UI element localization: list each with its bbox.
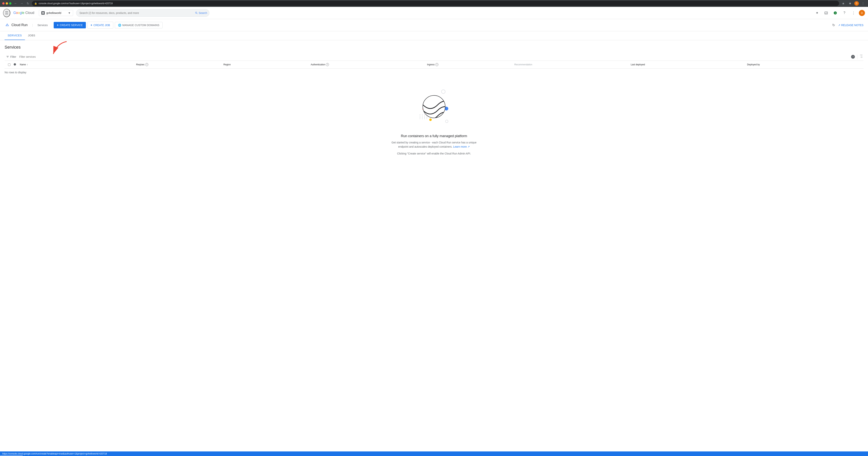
checkbox-all[interactable] <box>8 63 10 66</box>
create-service-button[interactable]: + CREATE SERVICE <box>54 22 86 28</box>
th-last-deployed: Last deployed <box>631 63 747 66</box>
back-button[interactable]: ← <box>13 1 18 6</box>
search-button[interactable]: Search <box>195 11 207 15</box>
more-options-button[interactable]: ⋮ <box>850 9 857 17</box>
cloud-run-logo: Cloud Run <box>5 23 28 28</box>
help-button[interactable]: ? <box>841 9 848 17</box>
filter-input[interactable] <box>19 55 849 58</box>
decorative-dot-outline-2 <box>445 120 448 123</box>
security-lock-icon: 🔒 <box>34 2 37 5</box>
svg-rect-1 <box>825 12 828 14</box>
app-name: Cloud Run <box>11 23 28 27</box>
manage-domains-label: MANAGE CUSTOM DOMAINS <box>122 24 159 27</box>
app-header: Cloud Run | Services + CREATE SERVICE + … <box>0 19 868 31</box>
filter-bar: Filter ? <box>5 53 863 61</box>
reload-button[interactable]: ↻ <box>25 1 30 6</box>
empty-state: Run containers on a fully managed platfo… <box>5 76 863 167</box>
status-dot <box>14 63 16 65</box>
plus-icon: + <box>57 23 58 27</box>
refresh-button[interactable]: ↻ <box>832 23 835 27</box>
user-profile-avatar[interactable]: D <box>859 10 865 16</box>
table-header: Name ↑ Req/sec ? Region Authentication ?… <box>5 61 863 68</box>
th-recommendation: Recommendation <box>514 63 631 66</box>
cloud-shell-icon[interactable] <box>822 9 830 17</box>
auth-help-icon[interactable]: ? <box>326 63 329 66</box>
user-avatar[interactable]: D <box>854 1 859 6</box>
plus-icon-job: + <box>91 23 92 27</box>
url-text: console.cloud.google.com/run?authuser=1&… <box>39 2 113 5</box>
filter-button[interactable]: Filter <box>5 55 18 59</box>
project-icon <box>41 11 45 15</box>
th-status <box>14 63 20 66</box>
project-selector[interactable]: gohelloworld ▼ <box>39 10 73 16</box>
ingress-help-icon[interactable]: ? <box>435 63 438 66</box>
extensions-icon[interactable]: ■ <box>847 1 853 6</box>
empty-state-title: Run containers on a fully managed platfo… <box>401 134 467 138</box>
select-all-checkbox[interactable] <box>5 63 14 66</box>
minimize-dot <box>6 2 8 5</box>
create-job-button[interactable]: + CREATE JOB <box>87 22 113 29</box>
search-input[interactable] <box>76 9 209 17</box>
cloud-run-icon <box>5 23 10 28</box>
no-rows-message: No rows to display <box>5 68 863 76</box>
tab-jobs[interactable]: JOBS <box>25 31 38 40</box>
th-authentication: Authentication ? <box>311 63 427 66</box>
decorative-dot-outline-1 <box>441 89 445 94</box>
bookmark-icon[interactable]: ★ <box>841 1 846 6</box>
google-cloud-logo[interactable]: Google Cloud <box>13 11 34 15</box>
empty-state-note: Clicking "Create service" will enable th… <box>397 152 471 155</box>
search-bar: Search <box>76 9 209 17</box>
svg-point-0 <box>42 12 44 14</box>
gemini-icon[interactable]: ✦ <box>813 9 821 17</box>
filter-actions: ? <box>851 54 863 59</box>
learn-more-link[interactable]: Learn more ↗ <box>453 145 470 148</box>
sort-icon: ↑ <box>27 63 28 66</box>
manage-domains-button[interactable]: 🌐 MANAGE CUSTOM DOMAINS <box>115 22 162 28</box>
external-link-icon: ↗ <box>838 24 840 27</box>
tab-bar: SERVICES JOBS <box>0 31 868 40</box>
window-controls <box>2 2 11 5</box>
domain-icon: 🌐 <box>118 24 121 27</box>
search-label: Search <box>199 11 207 15</box>
tab-services[interactable]: SERVICES <box>5 31 25 40</box>
gc-header: ☰ Google Cloud gohelloworld ▼ Search ✦ 1… <box>0 7 868 19</box>
release-notes-label: RELEASE NOTES <box>841 24 863 27</box>
create-job-label: CREATE JOB <box>93 24 110 27</box>
browser-chrome: ← → ↻ 🔒 console.cloud.google.com/run?aut… <box>0 0 868 7</box>
globe-illustration <box>423 95 445 118</box>
notifications-button[interactable]: 1 <box>832 9 839 17</box>
th-name[interactable]: Name ↑ <box>20 63 136 66</box>
menu-icon[interactable]: ⋮ <box>860 1 866 6</box>
decorative-dot-yellow <box>429 118 432 121</box>
address-bar[interactable]: 🔒 console.cloud.google.com/run?authuser=… <box>32 1 839 6</box>
forward-button[interactable]: → <box>19 1 24 6</box>
view-toggle-button[interactable] <box>860 54 863 59</box>
chevron-down-icon: ▼ <box>68 11 71 15</box>
create-service-label: CREATE SERVICE <box>60 24 83 27</box>
nav-menu-button[interactable]: ☰ <box>3 9 10 17</box>
close-dot <box>2 2 5 5</box>
th-deployed-by: Deployed by <box>747 63 863 66</box>
services-label: Services <box>37 24 48 27</box>
th-region: Region <box>223 63 311 66</box>
page-title: Services <box>5 45 863 50</box>
project-name: gohelloworld <box>46 11 66 15</box>
illustration <box>411 84 457 130</box>
table-help-icon[interactable]: ? <box>851 55 855 59</box>
release-notes-button[interactable]: ↗ RELEASE NOTES <box>838 24 863 27</box>
app-header-right: ↻ ↗ RELEASE NOTES <box>832 23 863 27</box>
app-action-buttons: + CREATE SERVICE + CREATE JOB 🌐 MANAGE C… <box>54 22 162 29</box>
req-sec-help-icon[interactable]: ? <box>145 63 148 66</box>
th-req-sec: Req/sec ? <box>136 63 223 66</box>
globe <box>423 95 445 118</box>
logo-text: Google Cloud <box>13 11 34 15</box>
notification-badge: 1 <box>833 11 837 15</box>
external-link-icon: ↗ <box>467 145 470 148</box>
browser-action-buttons: ★ ■ D ⋮ <box>841 1 866 6</box>
header-actions: ✦ 1 ? ⋮ D <box>813 9 865 17</box>
th-ingress: Ingress ? <box>427 63 514 66</box>
filter-icon <box>6 55 9 58</box>
filter-label: Filter <box>10 55 16 58</box>
main-content: Services Filter ? Name ↑ Req/sec ? <box>0 40 868 171</box>
maximize-dot <box>9 2 11 5</box>
